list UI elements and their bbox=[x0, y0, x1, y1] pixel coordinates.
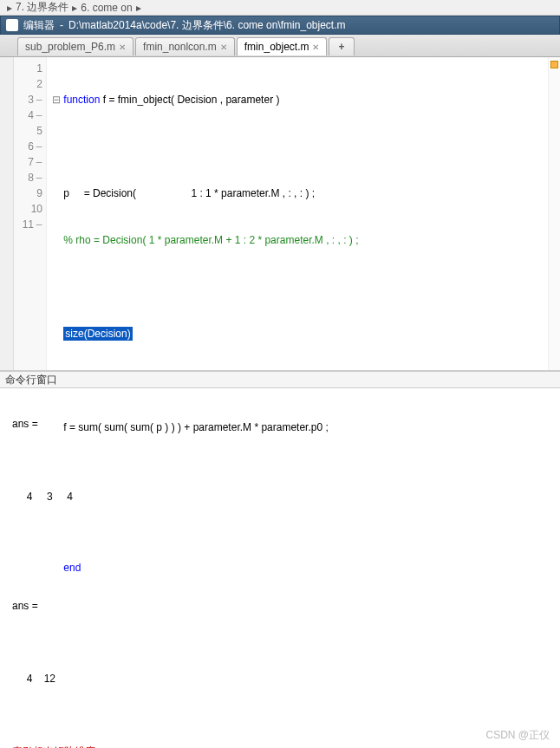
line-gutter: 1 2 3– 4– 5 6– 7– 8– 9 10 11– bbox=[14, 57, 47, 370]
code-message-bar[interactable] bbox=[548, 57, 560, 370]
command-window-title: 命令行窗口 bbox=[5, 373, 57, 387]
titlebar-path: D:\matlab2014a\code\7. 边界条件\6. come on\f… bbox=[68, 18, 345, 33]
close-icon[interactable]: ✕ bbox=[312, 42, 319, 52]
tab-sub-problem[interactable]: sub_problem_P6.m ✕ bbox=[17, 37, 133, 55]
editor-titlebar: 编辑器 - D:\matlab2014a\code\7. 边界条件\6. com… bbox=[0, 16, 560, 35]
selected-text[interactable]: size(Decision) bbox=[63, 327, 132, 341]
tab-bar: sub_problem_P6.m ✕ fmin_nonlcon.m ✕ fmin… bbox=[0, 35, 560, 57]
tab-label: sub_problem_P6.m bbox=[25, 41, 115, 53]
output-line: 4 12 bbox=[12, 670, 548, 688]
breadcrumb-sep: ▸ bbox=[136, 2, 141, 14]
error-line: 索引超出矩阵维度。 bbox=[12, 743, 548, 748]
close-icon[interactable]: ✕ bbox=[220, 42, 227, 52]
file-icon bbox=[6, 19, 18, 31]
breadcrumb-arrow: ▸ bbox=[7, 2, 12, 14]
close-icon[interactable]: ✕ bbox=[119, 42, 126, 52]
watermark: CSDN @正仪 bbox=[485, 728, 550, 743]
tab-label: fmin_nonlcon.m bbox=[143, 41, 217, 53]
tab-fmin-nonlcon[interactable]: fmin_nonlcon.m ✕ bbox=[135, 37, 235, 55]
code-area[interactable]: ⊟ function f = fmin_object( Decision , p… bbox=[47, 57, 548, 370]
fold-icon[interactable]: ⊟ bbox=[52, 94, 63, 106]
tab-add[interactable]: + bbox=[329, 37, 354, 55]
warning-indicator-icon[interactable] bbox=[550, 61, 558, 68]
output-line bbox=[12, 634, 548, 652]
breadcrumb-sep: ▸ bbox=[72, 2, 77, 14]
titlebar-sep: - bbox=[60, 19, 63, 31]
breadcrumb: ▸ 7. 边界条件 ▸ 6. come on ▸ bbox=[0, 0, 560, 16]
tab-fmin-object[interactable]: fmin_object.m ✕ bbox=[237, 37, 328, 55]
titlebar-label: 编辑器 bbox=[23, 18, 55, 33]
breadcrumb-item[interactable]: 6. come on bbox=[81, 2, 132, 14]
output-line bbox=[12, 706, 548, 725]
tab-label: fmin_object.m bbox=[244, 41, 309, 53]
breadcrumb-item[interactable]: 7. 边界条件 bbox=[16, 0, 68, 15]
editor-pane: 1 2 3– 4– 5 6– 7– 8– 9 10 11– ⊟ function… bbox=[0, 57, 560, 371]
editor-toolstrip bbox=[0, 57, 14, 370]
